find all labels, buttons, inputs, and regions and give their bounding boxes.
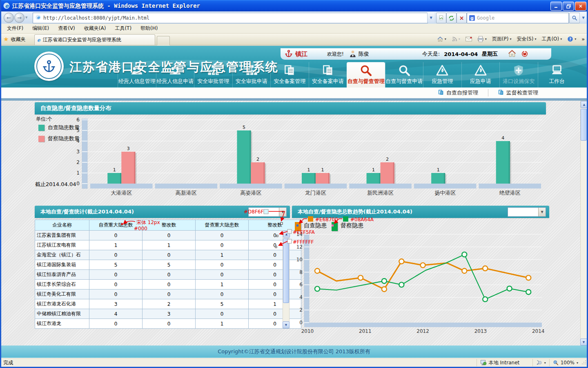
submenu-item[interactable]: 监督检查管理	[488, 89, 548, 96]
menu-item[interactable]: 收藏夹(A)	[80, 24, 111, 33]
menu-item[interactable]: 查看(V)	[53, 24, 80, 33]
table-header-row: 企业名称自查重大隐患数整改数督查重大隐患数整改数	[35, 220, 301, 231]
restore-button[interactable]	[563, 2, 574, 11]
anchor-icon	[285, 49, 293, 59]
svg-text:1: 1	[321, 167, 324, 173]
resize-grip[interactable]	[581, 360, 588, 366]
today-date: 2014-04-04	[444, 51, 478, 57]
overflow-chevron-icon[interactable]: »	[581, 36, 585, 42]
nav-item-document[interactable]: 安全备案申请	[309, 62, 347, 88]
submenu-item[interactable]: 自查自报管理	[428, 89, 488, 96]
history-dropdown-icon[interactable]: ▼	[25, 16, 27, 19]
status-bar: 完成 本地 Intranet ▾ 100% ▾	[0, 358, 588, 367]
svg-text:2012: 2012	[416, 328, 429, 334]
search-input[interactable]: g Google	[467, 13, 569, 23]
company-name-cell: 江苏索普集团有限	[35, 231, 89, 240]
table-filter-dropdown[interactable]: ▼	[248, 207, 287, 217]
forward-button[interactable]: →	[14, 13, 24, 23]
table-row[interactable]: 金海宏业（镇江）石0010	[35, 250, 301, 260]
url-dropdown-icon[interactable]: ▼	[427, 13, 434, 22]
mail-button[interactable]	[466, 36, 472, 42]
zoom-level: 100%	[561, 360, 575, 366]
print-button[interactable]: ▾	[477, 36, 487, 42]
browser-window: e 江苏省港口安全监管与应急管理系统 - Windows Internet Ex…	[0, 0, 588, 368]
page-scrollbar-thumb[interactable]	[581, 109, 587, 141]
svg-text:新民洲港区: 新民洲港区	[367, 190, 394, 196]
value-cell: 0	[196, 231, 249, 240]
nav-item-warning[interactable]: 应急管理	[423, 62, 461, 88]
protected-mode-pane[interactable]: ▾	[532, 359, 549, 366]
page-menu[interactable]: 页面(P)▾	[492, 36, 512, 43]
nav-item-workbench[interactable]: 工作台	[538, 62, 576, 88]
close-button[interactable]: ×	[575, 2, 586, 11]
home-button[interactable]: ▾	[437, 36, 446, 43]
tab-active[interactable]: e 江苏省港口安全监管与应急管理系统	[34, 34, 155, 45]
search-options-icon[interactable]: ▼	[579, 13, 587, 22]
nav-item-label: 经营人信息申请	[156, 78, 194, 85]
logout-power-icon[interactable]	[521, 49, 529, 59]
menu-item[interactable]: 编辑(E)	[28, 24, 53, 33]
scroll-up-icon[interactable]: ▲	[581, 101, 588, 108]
star-icon: ★	[3, 36, 9, 43]
menu-item[interactable]: 文件(F)	[2, 24, 28, 33]
stop-button[interactable]: ×	[457, 13, 467, 23]
table-scrollbar[interactable]: ▲ ▼	[283, 230, 290, 328]
table-row[interactable]: 镇江李长荣综合石0010	[35, 280, 301, 289]
nav-item-warning[interactable]: 应急申请	[461, 62, 500, 88]
value-cell: 0	[89, 270, 143, 280]
value-cell: 2	[143, 299, 196, 309]
table-row[interactable]: 镇江市港龙石化港3251	[35, 299, 301, 309]
company-name-cell: 江苏镇江发电有限	[35, 240, 89, 250]
svg-text:5: 5	[76, 128, 80, 133]
svg-text:2: 2	[299, 307, 303, 313]
page-scrollbar[interactable]: ▲ ▼	[580, 101, 587, 346]
table-row[interactable]: 镇江恒泰沥青产品0000	[35, 270, 301, 280]
table-scrollbar-thumb[interactable]	[283, 238, 289, 303]
compatibility-view-button[interactable]	[436, 13, 446, 23]
svg-text:2014: 2014	[532, 328, 545, 334]
menu-item[interactable]: 工具(T)	[110, 24, 136, 33]
svg-text:10: 10	[296, 257, 303, 263]
home-shortcut-icon[interactable]	[508, 49, 517, 59]
scroll-up-icon[interactable]: ▲	[283, 231, 290, 238]
help-button[interactable]: ? ▾	[567, 36, 576, 42]
svg-text:0: 0	[299, 320, 303, 325]
scroll-down-icon[interactable]: ▼	[283, 321, 290, 328]
user-name: 陈俊	[359, 50, 369, 58]
table-row[interactable]: 江苏镇江发电有限1100	[35, 240, 301, 250]
refresh-button[interactable]	[446, 13, 457, 23]
nav-item-search[interactable]: 自查与督查申请	[385, 62, 423, 88]
svg-text:2: 2	[386, 157, 389, 162]
nav-item-shield[interactable]: 港口设施保安	[499, 62, 538, 88]
line-filter-dropdown[interactable]: ▼	[508, 207, 546, 217]
workbench-icon	[551, 63, 563, 76]
scroll-down-icon[interactable]: ▼	[580, 339, 587, 346]
nav-item-search[interactable]: 自查与督查管理	[347, 62, 385, 88]
table-row[interactable]: 镇江奇美化工有限0000	[35, 289, 301, 299]
rss-button[interactable]: ▾	[452, 36, 460, 42]
url-field[interactable]: e http://localhost:8080/yjpt/Main.html	[33, 13, 428, 23]
tools-menu[interactable]: 工具(O)▾	[541, 36, 562, 43]
tab-new-stub[interactable]	[157, 36, 170, 45]
value-cell: 0	[196, 240, 249, 250]
svg-text:4: 4	[501, 135, 504, 141]
value-cell: 0	[89, 250, 143, 260]
zone-pane: 本地 Intranet	[477, 359, 532, 366]
minimize-button[interactable]	[550, 2, 562, 11]
value-cell: 0	[143, 270, 196, 280]
favorites-button[interactable]: ★ 收藏夹	[3, 36, 25, 43]
table-row[interactable]: 中储粮镇江粮油有限4300	[35, 309, 301, 319]
table-row[interactable]: 镇江市港龙0010	[35, 319, 301, 329]
zoom-control[interactable]: 100% ▾	[549, 359, 581, 366]
search-button[interactable]	[569, 13, 580, 23]
table-row[interactable]: 镇江港国际集装箱5500	[35, 260, 301, 270]
back-button[interactable]: ←	[4, 13, 14, 23]
svg-text:1: 1	[437, 167, 440, 173]
value-cell: 1	[143, 240, 196, 250]
value-cell: 1	[196, 250, 249, 260]
nav-item-label: 应急管理	[432, 78, 453, 85]
safety-menu[interactable]: 安全(S)▾	[517, 36, 536, 43]
table-row[interactable]: 江苏索普集团有限0000	[35, 231, 301, 240]
tab-title: 江苏省港口安全监管与应急管理系统	[43, 36, 121, 43]
menu-item[interactable]: 帮助(H)	[136, 24, 162, 33]
